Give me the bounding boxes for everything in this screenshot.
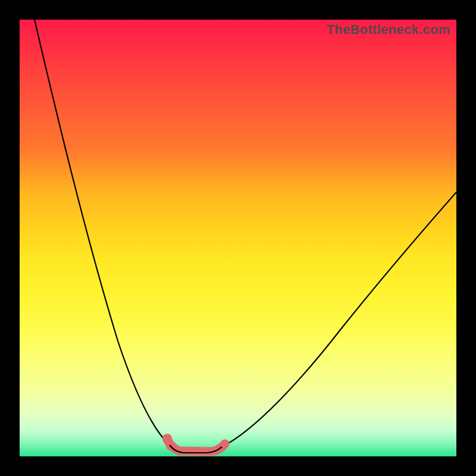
plot-area: TheBottleneck.com bbox=[20, 20, 456, 456]
bottleneck-curve-svg bbox=[20, 20, 456, 456]
chart-frame: TheBottleneck.com bbox=[0, 0, 476, 476]
curve-right-branch bbox=[222, 192, 456, 447]
curve-left-branch bbox=[35, 20, 170, 445]
